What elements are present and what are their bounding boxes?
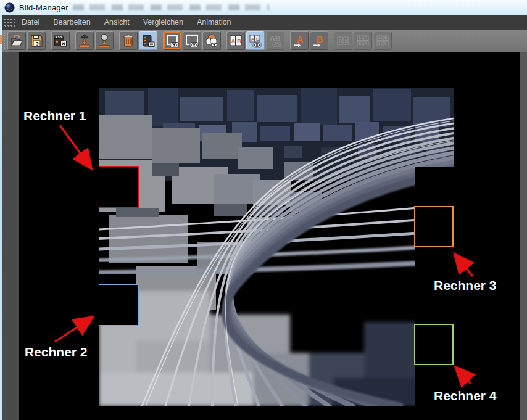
svg-text:A: A — [297, 35, 303, 44]
open-file-icon[interactable] — [7, 31, 26, 50]
svg-text:1: 1 — [378, 41, 381, 46]
svg-text:A: A — [359, 36, 362, 40]
ab-hidden-icon: AB — [266, 31, 284, 50]
ab-tile-icon: A ⇅ 1 0 — [373, 31, 392, 50]
svg-text:AB: AB — [270, 35, 281, 43]
window-left-edge — [0, 15, 2, 420]
svg-text:B: B — [317, 35, 323, 44]
bild-manager-window: Bild-Manager Datei Bearbeiten Ansicht Ve… — [0, 0, 527, 420]
svg-text:⇅: ⇅ — [384, 36, 388, 40]
ab-swap-icon: A B — [334, 31, 352, 50]
window-title: Bild-Manager — [19, 3, 68, 12]
menu-animation[interactable]: Animation — [190, 15, 238, 29]
arrow-rechner-2 — [55, 319, 90, 342]
svg-text:A: A — [251, 36, 254, 42]
label-rechner-2: Rechner 2 — [25, 345, 88, 360]
image-frame-eye-icon[interactable] — [183, 31, 201, 50]
ab-compare-icon[interactable]: A B — [226, 31, 245, 50]
single-image-eye-icon[interactable] — [163, 31, 181, 50]
sphere-to-tray-icon[interactable] — [95, 31, 114, 50]
foreground-blocks — [99, 291, 454, 406]
bucket-rechner-2 — [99, 284, 138, 326]
menubar-grip-handle[interactable] — [4, 18, 15, 27]
set-as-b-icon[interactable]: B — [310, 31, 328, 50]
arrow-rechner-1 — [60, 125, 89, 166]
remove-card-icon[interactable] — [139, 31, 157, 50]
svg-text:A: A — [339, 38, 342, 44]
spheres-eye-icon[interactable] — [202, 31, 221, 50]
svg-text:B: B — [365, 36, 368, 40]
trash-icon[interactable] — [119, 31, 138, 50]
label-rechner-4: Rechner 4 — [434, 389, 497, 403]
menubar: Datei Bearbeiten Ansicht Vergleichen Ani… — [0, 15, 527, 30]
svg-text:A: A — [365, 41, 368, 46]
arrow-rechner-3 — [457, 257, 473, 276]
arrow-rechner-4 — [458, 369, 471, 384]
move-to-tray-icon[interactable] — [75, 31, 94, 50]
svg-text:A: A — [231, 38, 236, 44]
label-rechner-1: Rechner 1 — [23, 109, 86, 123]
viewport-frame-right — [520, 52, 527, 420]
glass-reflection-artifact — [73, 4, 269, 10]
bucket-rechner-1 — [99, 167, 139, 207]
ab-compare-eye-icon[interactable]: A B — [246, 31, 265, 50]
desktop-showthrough-artifact — [0, 35, 2, 44]
titlebar[interactable]: Bild-Manager — [0, 0, 527, 15]
clapperboard-x-icon[interactable] — [51, 31, 70, 50]
svg-text:B: B — [237, 38, 241, 44]
svg-text:0: 0 — [384, 41, 387, 46]
svg-text:B: B — [345, 38, 349, 44]
render-image[interactable] — [99, 88, 454, 406]
ab-grid-icon: A B B A — [354, 31, 372, 50]
menu-ansicht[interactable]: Ansicht — [98, 15, 136, 29]
viewport-canvas[interactable]: Rechner 1 Rechner 2 Rechner 3 Rechner 4 — [0, 52, 527, 420]
label-rechner-3: Rechner 3 — [434, 278, 497, 293]
save-file-question-icon[interactable]: ? — [27, 31, 46, 50]
cinema4d-app-icon — [4, 2, 15, 13]
menu-vergleichen[interactable]: Vergleichen — [136, 15, 190, 29]
menu-bearbeiten[interactable]: Bearbeiten — [46, 15, 97, 29]
bucket-rechner-3 — [415, 207, 453, 247]
menu-datei[interactable]: Datei — [15, 15, 46, 29]
svg-text:?: ? — [36, 41, 39, 47]
svg-text:A: A — [378, 36, 381, 40]
svg-text:B: B — [256, 36, 260, 42]
bucket-rechner-4 — [415, 324, 453, 364]
viewport-frame-left — [2, 52, 19, 420]
toolbar: ? — [0, 30, 527, 52]
svg-text:B: B — [359, 41, 362, 46]
set-as-a-icon[interactable]: A — [290, 31, 309, 50]
